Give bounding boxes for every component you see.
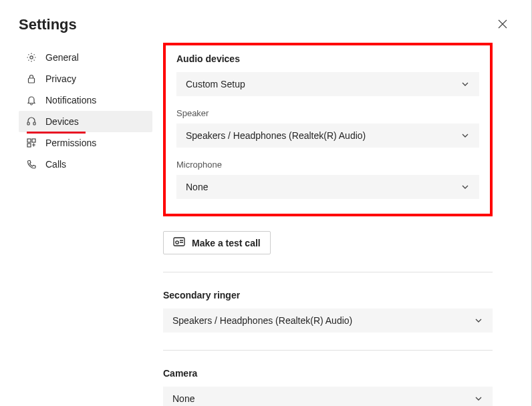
sidebar-item-privacy[interactable]: Privacy [19,68,152,89]
make-test-call-button[interactable]: Make a test call [163,231,271,254]
close-button[interactable] [493,16,513,33]
speaker-label: Speaker [176,108,479,118]
settings-main: Audio devices Custom Setup Speaker Speak… [163,47,513,406]
sidebar-item-calls[interactable]: Calls [19,154,152,175]
sidebar-item-devices[interactable]: Devices [19,111,152,132]
divider [163,272,493,272]
settings-header: Settings [19,16,513,33]
svg-point-0 [30,56,33,59]
sidebar-item-label: Permissions [45,138,96,148]
close-icon [498,19,507,29]
test-call-label: Make a test call [192,238,261,248]
settings-sidebar: General Privacy Notifications Devices [19,47,152,406]
camera-section: Camera None [163,368,493,406]
sidebar-item-label: Privacy [45,73,76,84]
chevron-down-icon [460,131,470,140]
audio-devices-title: Audio devices [176,53,479,64]
svg-rect-1 [29,78,35,83]
camera-select[interactable]: None [163,387,493,406]
dropdown-value: Speakers / Headphones (Realtek(R) Audio) [186,130,366,141]
microphone-label: Microphone [176,160,479,170]
svg-rect-6 [27,144,31,147]
apps-icon [25,137,37,149]
microphone-select[interactable]: None [176,175,479,199]
dropdown-value: Speakers / Headphones (Realtek(R) Audio) [172,315,352,326]
dropdown-value: Custom Setup [186,79,245,89]
chevron-down-icon [474,394,483,403]
svg-rect-5 [32,139,35,142]
lock-icon [25,73,37,85]
chevron-down-icon [474,316,483,325]
divider [163,350,493,351]
sidebar-item-label: General [45,52,79,63]
audio-device-select[interactable]: Custom Setup [176,72,479,96]
sidebar-item-label: Notifications [45,95,96,106]
phone-icon [25,158,37,170]
secondary-ringer-title: Secondary ringer [163,290,493,300]
sidebar-item-label: Calls [45,159,66,170]
sidebar-item-permissions[interactable]: Permissions [19,132,152,154]
chevron-down-icon [460,182,470,192]
speaker-select[interactable]: Speakers / Headphones (Realtek(R) Audio) [176,124,479,148]
page-title: Settings [19,16,77,33]
dropdown-value: None [172,393,194,404]
headset-icon [25,116,37,128]
audio-devices-section: Audio devices Custom Setup Speaker Speak… [163,43,493,216]
secondary-ringer-select[interactable]: Speakers / Headphones (Realtek(R) Audio) [163,309,493,333]
sidebar-item-notifications[interactable]: Notifications [19,89,152,111]
sidebar-item-label: Devices [45,116,79,127]
gear-icon [25,51,37,63]
sidebar-item-general[interactable]: General [19,47,152,68]
chevron-down-icon [460,79,470,89]
bell-icon [25,94,37,106]
camera-title: Camera [163,368,493,379]
secondary-ringer-section: Secondary ringer Speakers / Headphones (… [163,290,493,333]
svg-rect-4 [27,139,31,142]
svg-rect-2 [27,122,29,125]
test-call-icon [173,237,185,248]
svg-rect-3 [33,122,35,125]
svg-point-8 [176,241,178,244]
dropdown-value: None [186,182,208,192]
